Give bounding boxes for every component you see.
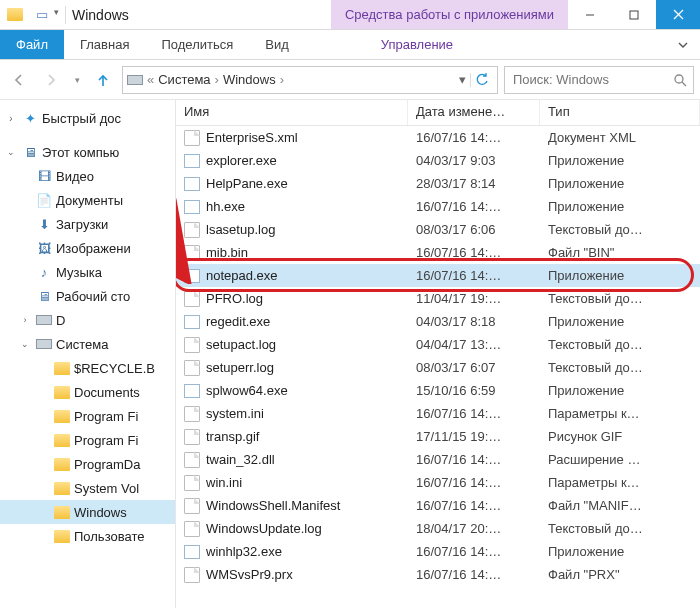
file-type: Файл "MANIF… (540, 498, 700, 513)
file-row[interactable]: WindowsUpdate.log18/04/17 20:…Текстовый … (176, 517, 700, 540)
file-date: 17/11/15 19:… (408, 429, 540, 444)
tree-folder[interactable]: Program Fi (0, 428, 175, 452)
file-type: Текстовый до… (540, 291, 700, 306)
file-type: Приложение (540, 314, 700, 329)
search-input[interactable] (511, 71, 667, 88)
file-row[interactable]: mib.bin16/07/16 14:…Файл "BIN" (176, 241, 700, 264)
file-type: Приложение (540, 199, 700, 214)
file-row[interactable]: transp.gif17/11/15 19:…Рисунок GIF (176, 425, 700, 448)
tab-manage[interactable]: Управление (365, 30, 469, 59)
file-row[interactable]: explorer.exe04/03/17 9:03Приложение (176, 149, 700, 172)
file-type: Приложение (540, 383, 700, 398)
drive-icon (36, 339, 52, 349)
file-type: Приложение (540, 153, 700, 168)
col-date[interactable]: Дата измене… (408, 100, 540, 125)
folder-icon (54, 386, 70, 399)
forward-button[interactable] (38, 67, 64, 93)
file-row[interactable]: twain_32.dll16/07/16 14:…Расширение … (176, 448, 700, 471)
file-icon (184, 337, 200, 353)
pic-icon: 🖼 (36, 240, 52, 256)
tree-folder[interactable]: Пользовате (0, 524, 175, 548)
tree-item[interactable]: ♪Музыка (0, 260, 175, 284)
tree-item[interactable]: ⬇Загрузки (0, 212, 175, 236)
tab-file[interactable]: Файл (0, 30, 64, 59)
qat-dropdown-icon[interactable]: ▾ (54, 7, 59, 22)
file-row[interactable]: system.ini16/07/16 14:…Параметры к… (176, 402, 700, 425)
window-title: Windows (66, 7, 129, 23)
file-type: Приложение (540, 268, 700, 283)
file-row[interactable]: EnterpriseS.xml16/07/16 14:…Документ XML (176, 126, 700, 149)
qat-properties-icon[interactable]: ▭ (36, 7, 48, 22)
tree-quick-access[interactable]: ›✦ Быстрый дос (0, 106, 175, 130)
tree-item[interactable]: 🖥Рабочий сто (0, 284, 175, 308)
file-date: 11/04/17 19:… (408, 291, 540, 306)
tree-folder[interactable]: Documents (0, 380, 175, 404)
tree-item[interactable]: ›D (0, 308, 175, 332)
file-row[interactable]: regedit.exe04/03/17 8:18Приложение (176, 310, 700, 333)
col-type[interactable]: Тип (540, 100, 700, 125)
back-button[interactable] (6, 67, 32, 93)
refresh-button[interactable] (470, 73, 493, 87)
breadcrumb-windows[interactable]: Windows (223, 72, 276, 87)
file-row[interactable]: notepad.exe16/07/16 14:…Приложение (176, 264, 700, 287)
file-icon (184, 567, 200, 583)
tree-folder[interactable]: Program Fi (0, 404, 175, 428)
close-button[interactable] (656, 0, 700, 29)
file-date: 08/03/17 6:06 (408, 222, 540, 237)
file-row[interactable]: HelpPane.exe28/03/17 8:14Приложение (176, 172, 700, 195)
tree-item[interactable]: 📄Документы (0, 188, 175, 212)
file-name: system.ini (206, 406, 264, 421)
file-row[interactable]: win.ini16/07/16 14:…Параметры к… (176, 471, 700, 494)
file-row[interactable]: WMSvsPr9.prx16/07/16 14:…Файл "PRX" (176, 563, 700, 586)
tab-share[interactable]: Поделиться (145, 30, 249, 59)
file-icon (184, 475, 200, 491)
column-headers[interactable]: Имя Дата измене… Тип (176, 100, 700, 126)
file-row[interactable]: PFRO.log11/04/17 19:…Текстовый до… (176, 287, 700, 310)
tree-item[interactable]: 🖼Изображени (0, 236, 175, 260)
breadcrumb-system[interactable]: Система (158, 72, 210, 87)
tree-folder[interactable]: Windows (0, 500, 175, 524)
expand-ribbon-button[interactable] (666, 30, 700, 59)
file-row[interactable]: setuperr.log08/03/17 6:07Текстовый до… (176, 356, 700, 379)
maximize-button[interactable] (612, 0, 656, 29)
file-name: hh.exe (206, 199, 245, 214)
file-name: WindowsShell.Manifest (206, 498, 340, 513)
file-row[interactable]: splwow64.exe15/10/16 6:59Приложение (176, 379, 700, 402)
folder-icon (54, 434, 70, 447)
up-button[interactable] (90, 67, 116, 93)
file-icon (184, 452, 200, 468)
application-icon (184, 177, 200, 191)
address-dropdown-icon[interactable]: ▾ (459, 72, 466, 87)
tree-item[interactable]: 🎞Видео (0, 164, 175, 188)
tree-this-pc[interactable]: ⌄🖥 Этот компью (0, 140, 175, 164)
file-name: EnterpriseS.xml (206, 130, 298, 145)
navigation-pane[interactable]: ›✦ Быстрый дос ⌄🖥 Этот компью 🎞Видео📄Док… (0, 100, 176, 608)
folder-icon (54, 362, 70, 375)
search-icon[interactable] (673, 73, 687, 87)
minimize-button[interactable] (568, 0, 612, 29)
address-bar[interactable]: « Система › Windows › ▾ (122, 66, 498, 94)
file-name: HelpPane.exe (206, 176, 288, 191)
file-name: transp.gif (206, 429, 259, 444)
video-icon: 🎞 (36, 168, 52, 184)
col-name[interactable]: Имя (176, 100, 408, 125)
tab-home[interactable]: Главная (64, 30, 145, 59)
file-list[interactable]: EnterpriseS.xml16/07/16 14:…Документ XML… (176, 126, 700, 586)
tree-folder[interactable]: $RECYCLE.B (0, 356, 175, 380)
file-name: PFRO.log (206, 291, 263, 306)
tree-folder[interactable]: ProgramDa (0, 452, 175, 476)
file-row[interactable]: WindowsShell.Manifest16/07/16 14:…Файл "… (176, 494, 700, 517)
file-type: Текстовый до… (540, 337, 700, 352)
file-row[interactable]: winhlp32.exe16/07/16 14:…Приложение (176, 540, 700, 563)
tree-item[interactable]: ⌄Система (0, 332, 175, 356)
file-row[interactable]: setupact.log04/04/17 13:…Текстовый до… (176, 333, 700, 356)
tab-view[interactable]: Вид (249, 30, 305, 59)
tree-folder[interactable]: System Vol (0, 476, 175, 500)
title-bar: ▭ ▾ Windows Средства работы с приложения… (0, 0, 700, 30)
file-row[interactable]: lsasetup.log08/03/17 6:06Текстовый до… (176, 218, 700, 241)
recent-dropdown[interactable]: ▾ (70, 67, 84, 93)
file-row[interactable]: hh.exe16/07/16 14:…Приложение (176, 195, 700, 218)
file-name: twain_32.dll (206, 452, 275, 467)
file-date: 16/07/16 14:… (408, 544, 540, 559)
search-box[interactable] (504, 66, 694, 94)
